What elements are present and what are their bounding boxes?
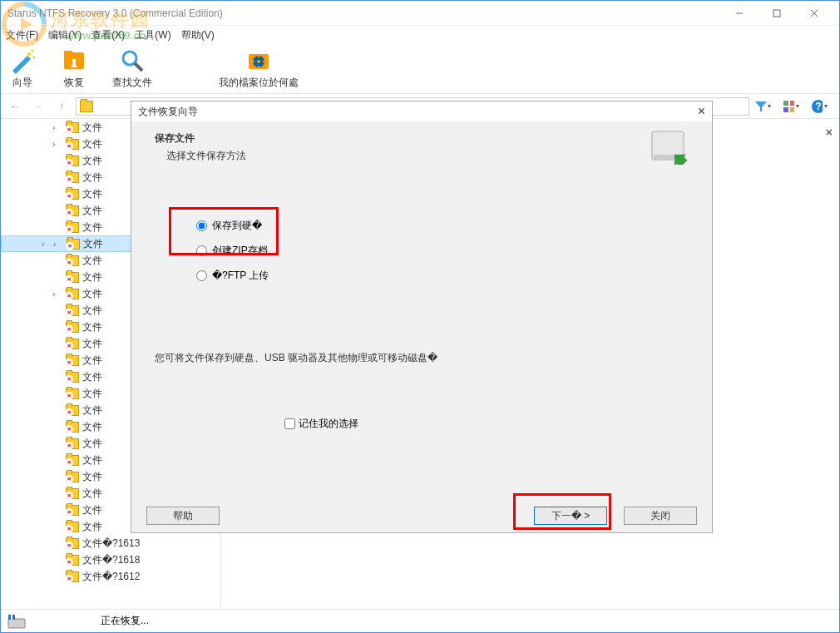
wand-icon (9, 47, 36, 74)
menu-help[interactable]: 帮助(V) (181, 28, 215, 42)
svg-rect-10 (64, 51, 72, 54)
dialog-heading: 保存文件 (155, 131, 689, 146)
tree-item[interactable]: ×文件�?1618 (1, 551, 220, 568)
svg-rect-1 (773, 10, 780, 17)
svg-rect-24 (8, 619, 25, 628)
recovery-wizard-dialog: 文件恢复向导 × 保存文件 选择文件保存方法 保存到硬� 创建ZIP存档 �?F… (131, 101, 713, 533)
svg-point-12 (123, 52, 136, 65)
svg-rect-11 (72, 59, 76, 64)
highlight-next (513, 493, 611, 530)
search-icon (119, 47, 146, 74)
menu-edit[interactable]: 编辑(Y) (48, 28, 82, 42)
maximize-button[interactable] (758, 4, 795, 22)
radio-ftp-upload[interactable]: �?FTP 上传 (196, 263, 689, 288)
tree-item[interactable]: ×文件�?1612 (1, 568, 220, 585)
svg-rect-26 (11, 615, 12, 620)
minimize-button[interactable] (720, 4, 758, 22)
svg-point-8 (33, 57, 36, 59)
dialog-title: 文件恢复向导 (138, 105, 698, 119)
svg-marker-5 (12, 56, 31, 74)
remember-choice[interactable]: 记住我的选择 (284, 417, 358, 431)
toolbar-recover-label: 恢复 (64, 76, 84, 90)
nav-up[interactable]: ↑ (52, 97, 71, 116)
toolbar-where-label: 我的檔案位於何處 (219, 76, 299, 90)
nav-back[interactable]: ← (6, 97, 24, 116)
toolbar-find[interactable]: 查找文件 (112, 47, 152, 90)
panel-close-icon[interactable]: × (826, 126, 833, 139)
svg-line-13 (135, 63, 142, 71)
radio-ftp-label: �?FTP 上传 (212, 269, 269, 283)
dialog-titlebar: 文件恢复向导 × (131, 101, 712, 121)
radio-ftp-input[interactable] (196, 270, 207, 281)
dialog-subheading: 选择文件保存方法 (166, 149, 689, 163)
menubar: 文件(F) 编辑(Y) 查看(X) 工具(W) 帮助(V) (1, 26, 839, 44)
drive-icon (7, 614, 26, 629)
view-icon[interactable]: ▾ (783, 98, 799, 115)
toolbar-wizard-label: 向导 (12, 76, 32, 90)
hdd-icon (650, 130, 690, 165)
svg-marker-17 (755, 101, 766, 111)
menu-tools[interactable]: 工具(W) (135, 28, 170, 42)
svg-point-6 (27, 52, 31, 56)
tree-item[interactable]: ×文件�?1613 (1, 535, 220, 551)
menu-file[interactable]: 文件(F) (6, 28, 38, 42)
help-button[interactable]: 帮助 (146, 507, 220, 525)
close-button[interactable]: 关闭 (624, 507, 697, 525)
highlight-radio (169, 207, 279, 255)
dialog-close-icon[interactable]: × (698, 104, 705, 119)
status-text: 正在恢复... (101, 614, 149, 628)
svg-rect-19 (790, 101, 794, 106)
toolbar: 向导 恢复 查找文件 我的檔案位於何處 (1, 44, 839, 94)
filter-icon[interactable]: ▾ (754, 98, 771, 115)
nav-forward: → (29, 97, 47, 116)
toolbar-where[interactable]: 我的檔案位於何處 (219, 47, 299, 90)
svg-rect-18 (783, 101, 788, 106)
svg-rect-21 (790, 107, 794, 112)
remember-checkbox[interactable] (284, 418, 295, 429)
recover-icon (61, 47, 87, 74)
help-icon[interactable]: ?▾ (811, 98, 828, 115)
svg-rect-20 (783, 107, 788, 112)
menu-view[interactable]: 查看(X) (91, 28, 125, 42)
dialog-description: 您可将文件保存到硬盘、USB 驱动器及其他物理或可移动磁盘� (155, 351, 437, 365)
toolbar-find-label: 查找文件 (112, 76, 152, 90)
toolbar-recover[interactable]: 恢复 (61, 47, 87, 90)
svg-point-7 (32, 50, 34, 52)
statusbar: 正在恢复... (1, 609, 839, 632)
svg-point-16 (257, 60, 260, 63)
location-icon (245, 47, 272, 74)
dialog-footer: 帮助 下一� > 关闭 (131, 499, 712, 532)
remember-label: 记住我的选择 (299, 417, 358, 431)
svg-text:?: ? (815, 101, 821, 112)
window-title: Starus NTFS Recovery 3.0 (Commercial Edi… (7, 7, 720, 19)
close-button[interactable] (795, 4, 833, 22)
window-titlebar: Starus NTFS Recovery 3.0 (Commercial Edi… (1, 1, 839, 26)
folder-icon (80, 101, 93, 112)
toolbar-wizard[interactable]: 向导 (9, 47, 36, 90)
